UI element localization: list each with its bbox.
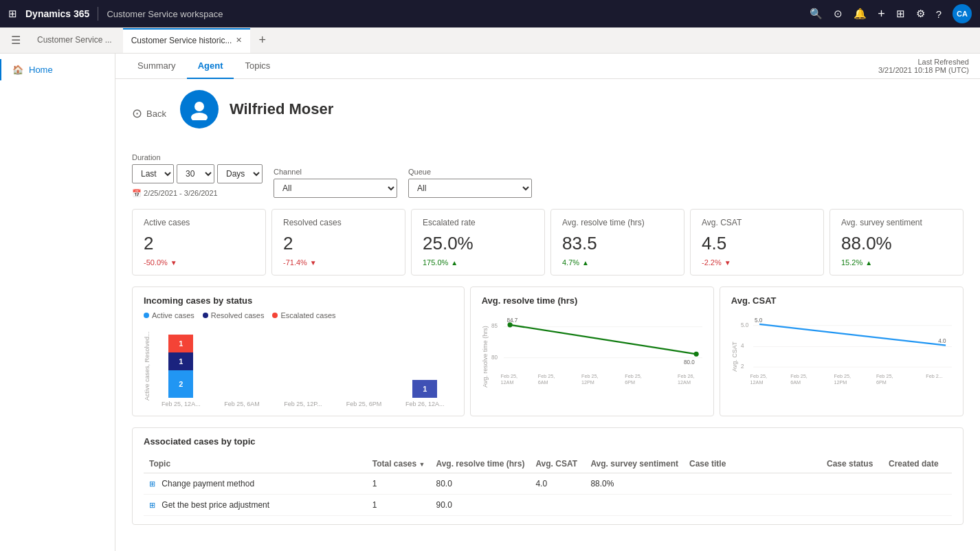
col-avg-resolve-time: Avg. resolve time (hrs) xyxy=(430,455,530,473)
tab-bar: ☰ Customer Service ... Customer Service … xyxy=(0,27,980,54)
tab-topics[interactable]: Topics xyxy=(234,54,281,79)
kpi-value: 25.0% xyxy=(423,233,533,254)
sidebar-label-home: Home xyxy=(29,65,53,75)
back-button[interactable]: ⊙ Back xyxy=(132,106,166,121)
bar-segment-red: 1 xyxy=(168,335,193,352)
col-total-cases: Total cases ▼ xyxy=(367,455,431,473)
cell-avg-resolve: 90.0 xyxy=(430,495,530,516)
expand-icon[interactable]: ⊞ xyxy=(149,480,155,488)
svg-text:12AM: 12AM xyxy=(750,379,763,385)
svg-point-1 xyxy=(191,113,208,120)
kpi-title: Avg. survey sentiment xyxy=(841,218,952,227)
tab-label: Customer Service ... xyxy=(37,35,112,45)
bar-group-1: 1 1 2 xyxy=(153,335,209,398)
col-topic: Topic xyxy=(144,455,367,473)
svg-text:80: 80 xyxy=(491,355,498,361)
target-icon[interactable]: ⊙ xyxy=(834,8,843,20)
top-nav: ⊞ Dynamics 365 Customer Service workspac… xyxy=(0,0,980,27)
svg-text:Feb 25,: Feb 25, xyxy=(625,373,641,379)
cell-avg-survey: 88.0% xyxy=(585,473,684,495)
x-label-1: Feb 25, 12A... xyxy=(153,401,209,407)
kpi-value: 2 xyxy=(283,233,394,254)
grid-icon[interactable]: ⊞ xyxy=(8,8,17,20)
kpi-change: 15.2% ▲ xyxy=(841,258,952,267)
settings-icon[interactable]: ⚙ xyxy=(916,8,925,20)
cell-case-title xyxy=(684,473,821,495)
kpi-title: Avg. resolve time (hrs) xyxy=(562,218,673,227)
cell-case-status xyxy=(821,473,883,495)
incoming-cases-chart-title: Incoming cases by status xyxy=(144,295,453,306)
sub-tabs: Summary Agent Topics Last Refreshed 3/21… xyxy=(115,54,980,79)
avg-csat-title: Avg. CSAT xyxy=(731,295,952,306)
incoming-cases-chart: Incoming cases by status Active cases Re… xyxy=(132,286,465,416)
channel-select[interactable]: All xyxy=(274,179,397,198)
duration-option-select[interactable]: Last xyxy=(132,164,174,183)
tab-agent[interactable]: Agent xyxy=(187,54,234,79)
sort-icon[interactable]: ▼ xyxy=(419,461,425,468)
legend-active: Active cases xyxy=(144,311,194,319)
associated-cases-section: Associated cases by topic Topic Total ca… xyxy=(132,427,964,525)
svg-text:Feb 25,: Feb 25, xyxy=(876,373,893,379)
tab-label: Customer Service historic... xyxy=(131,36,232,45)
cell-avg-survey xyxy=(585,495,684,516)
kpi-title: Avg. CSAT xyxy=(702,218,812,227)
expand-icon[interactable]: ⊞ xyxy=(149,501,155,509)
kpi-avg-csat: Avg. CSAT 4.5 -2.2% ▼ xyxy=(690,209,824,276)
associated-cases-title: Associated cases by topic xyxy=(144,436,952,447)
filter-icon[interactable]: ⊞ xyxy=(896,8,905,20)
svg-text:12AM: 12AM xyxy=(678,379,691,385)
svg-text:2: 2 xyxy=(741,363,744,370)
duration-unit-select[interactable]: Days xyxy=(217,164,263,183)
svg-text:84.7: 84.7 xyxy=(506,317,517,324)
bell-icon[interactable]: 🔔 xyxy=(854,8,867,20)
main-layout: 🏠 Home Summary Agent Topics Last Refresh… xyxy=(0,54,980,551)
sidebar-item-home[interactable]: 🏠 Home xyxy=(0,59,115,80)
bar-group-5: 1 xyxy=(397,380,453,398)
search-icon[interactable]: 🔍 xyxy=(810,8,823,20)
kpi-avg-survey-sentiment: Avg. survey sentiment 88.0% 15.2% ▲ xyxy=(829,209,964,276)
add-tab-button[interactable]: + xyxy=(253,33,271,47)
help-icon[interactable]: ? xyxy=(936,8,942,20)
tab-close-icon[interactable]: ✕ xyxy=(236,36,242,45)
svg-text:6AM: 6AM xyxy=(537,379,548,385)
table-row: ⊞ Change payment method 1 80.0 4.0 88.0% xyxy=(144,473,952,495)
tab-summary[interactable]: Summary xyxy=(126,54,187,79)
duration-label: Duration xyxy=(132,153,263,161)
svg-text:Feb 25,: Feb 25, xyxy=(500,373,517,379)
arrow-up-icon: ▲ xyxy=(582,259,589,267)
tab-customer-service[interactable]: Customer Service ... xyxy=(29,28,120,53)
queue-select[interactable]: All xyxy=(408,179,532,198)
arrow-down-icon: ▼ xyxy=(170,259,177,267)
svg-text:Feb 2...: Feb 2... xyxy=(926,373,942,379)
avg-csat-y-label: Avg. CSAT xyxy=(731,311,738,403)
table-header-row: Topic Total cases ▼ Avg. resolve time (h… xyxy=(144,455,952,473)
legend-escalated: Escalated cases xyxy=(272,311,335,319)
user-avatar[interactable]: CA xyxy=(953,4,972,23)
tab-customer-service-historic[interactable]: Customer Service historic... ✕ xyxy=(123,28,251,53)
duration-filter: Duration Last 30 Days 📅 xyxy=(132,153,263,198)
duration-value-select[interactable]: 30 xyxy=(177,164,214,183)
agent-header: Wilfried Moser xyxy=(180,90,333,128)
avg-resolve-y-label: Avg. resolve time (hrs) xyxy=(482,311,489,403)
filters: Duration Last 30 Days 📅 xyxy=(132,153,964,198)
date-range: 📅 2/25/2021 - 3/26/2021 xyxy=(132,189,263,198)
arrow-up-icon: ▲ xyxy=(865,259,872,267)
svg-text:4.0: 4.0 xyxy=(938,338,946,344)
x-label-3: Feb 25, 12P... xyxy=(275,401,331,407)
last-refreshed: Last Refreshed 3/21/2021 10:18 PM (UTC) xyxy=(878,58,969,74)
kpi-active-cases: Active cases 2 -50.0% ▼ xyxy=(132,209,266,276)
add-icon[interactable]: + xyxy=(878,7,885,21)
avg-csat-line-chart: 5.0 4 2 5.0 4.0 xyxy=(741,311,952,401)
avg-resolve-time-chart: Avg. resolve time (hrs) Avg. resolve tim… xyxy=(470,286,714,416)
kpi-change: -2.2% ▼ xyxy=(702,258,812,267)
svg-text:6PM: 6PM xyxy=(625,379,635,385)
channel-filter: Channel All xyxy=(274,168,397,198)
hamburger-button[interactable]: ☰ xyxy=(5,31,26,49)
content-area: Summary Agent Topics Last Refreshed 3/21… xyxy=(115,54,980,551)
last-refreshed-label: Last Refreshed xyxy=(878,58,969,66)
page-content: ⊙ Back Wilfried Moser Duration xyxy=(115,79,980,547)
bar-segment-indigo: 1 xyxy=(412,380,437,398)
queue-filter: Queue All xyxy=(408,168,532,198)
svg-text:Feb 25,: Feb 25, xyxy=(750,373,766,379)
channel-label: Channel xyxy=(274,168,397,176)
